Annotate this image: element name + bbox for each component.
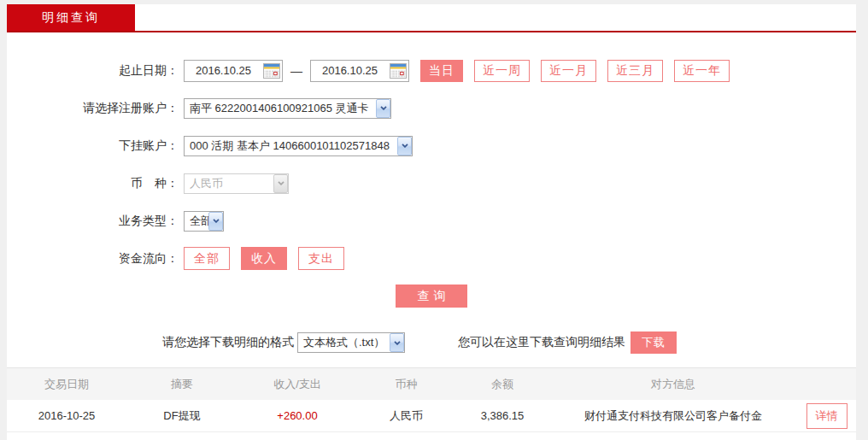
query-form: 起止日期： — — [7, 32, 856, 308]
date-range-label: 起止日期： — [7, 63, 184, 79]
quick-range-today-button[interactable]: 当日 — [420, 60, 463, 82]
download-format-label: 请您选择下载明细的格式 — [162, 335, 294, 350]
query-button-row: 查询 — [7, 285, 856, 308]
sub-account-value: 000 活期 基本户 1406600101102571848 — [185, 138, 397, 154]
header-summary: 摘要 — [126, 377, 238, 392]
sub-account-row: 下挂账户： 000 活期 基本户 1406600101102571848 — [7, 134, 856, 157]
fund-flow-label: 资金流向： — [7, 251, 184, 267]
currency-row: 币 种： 人民币 — [7, 172, 856, 195]
chevron-down-icon — [273, 174, 288, 193]
content-panel: 明细查询 起止日期： — — [7, 4, 856, 440]
tab-detail-query[interactable]: 明细查询 — [7, 4, 135, 31]
quick-range-year-button[interactable]: 近一年 — [674, 60, 730, 82]
start-date-input[interactable] — [184, 60, 283, 82]
sub-account-select[interactable]: 000 活期 基本户 1406600101102571848 — [184, 136, 413, 156]
register-account-label: 请选择注册账户： — [7, 101, 184, 116]
header-counterparty: 对方信息 — [549, 377, 797, 392]
cell-balance: 3,386.15 — [455, 409, 549, 422]
calendar-icon[interactable] — [262, 62, 281, 79]
fund-flow-expense-button[interactable]: 支出 — [298, 247, 344, 270]
table-row: 2016-10-25 DF提现 +260.00 人民币 3,386.15 财付通… — [7, 400, 856, 432]
header-balance: 余额 — [455, 377, 549, 392]
download-row: 请您选择下载明细的格式 文本格式（.txt） 您可以在这里下载查询明细结果 下载 — [7, 331, 856, 354]
quick-range-month-button[interactable]: 近一月 — [541, 60, 596, 82]
results-table: 交易日期 摘要 收入/支出 币种 余额 对方信息 2016-10-25 DF提现… — [7, 367, 856, 432]
cell-amount: +260.00 — [238, 409, 357, 422]
header-amount: 收入/支出 — [238, 377, 357, 392]
biz-type-value: 全部 — [185, 214, 208, 229]
calendar-icon[interactable] — [389, 62, 408, 79]
chevron-down-icon[interactable] — [208, 212, 223, 231]
cell-action: 详情 — [797, 403, 856, 429]
sub-account-label: 下挂账户： — [7, 138, 184, 154]
header-trade-date: 交易日期 — [7, 377, 126, 392]
detail-button[interactable]: 详情 — [806, 403, 847, 429]
end-date-input[interactable] — [310, 60, 409, 82]
biz-type-select[interactable]: 全部 — [184, 211, 224, 232]
cell-counterparty: 财付通支付科技有限公司客户备付金 — [549, 408, 797, 424]
chevron-down-icon[interactable] — [390, 333, 404, 352]
header-currency: 币种 — [357, 377, 455, 392]
quick-range-week-button[interactable]: 近一周 — [474, 60, 530, 82]
chevron-down-icon[interactable] — [397, 137, 412, 155]
end-date-field[interactable] — [311, 64, 389, 77]
tab-bar: 明细查询 — [7, 4, 856, 31]
currency-label: 币 种： — [7, 176, 184, 191]
download-hint: 您可以在这里下载查询明细结果 — [458, 335, 625, 350]
date-separator: — — [290, 64, 302, 78]
cell-currency: 人民币 — [357, 408, 455, 424]
start-date-field[interactable] — [185, 64, 262, 77]
register-account-row: 请选择注册账户： 南平 6222001406100921065 灵通卡 — [7, 97, 856, 120]
quick-range-quarter-button[interactable]: 近三月 — [607, 60, 663, 82]
download-button[interactable]: 下载 — [630, 331, 677, 354]
date-range-row: 起止日期： — — [7, 59, 856, 82]
register-account-select[interactable]: 南平 6222001406100921065 灵通卡 — [184, 98, 391, 119]
download-format-select[interactable]: 文本格式（.txt） — [297, 332, 405, 353]
biz-type-row: 业务类型： 全部 — [7, 209, 856, 232]
download-format-value: 文本格式（.txt） — [298, 335, 390, 350]
query-button[interactable]: 查询 — [396, 285, 467, 308]
chevron-down-icon[interactable] — [376, 99, 390, 118]
currency-select: 人民币 — [184, 173, 289, 194]
register-account-value: 南平 6222001406100921065 灵通卡 — [185, 101, 376, 116]
fund-flow-row: 资金流向： 全部 收入 支出 — [7, 247, 856, 270]
fund-flow-all-button[interactable]: 全部 — [184, 247, 230, 270]
biz-type-label: 业务类型： — [7, 214, 184, 229]
cell-summary: DF提现 — [126, 408, 238, 424]
cell-trade-date: 2016-10-25 — [7, 409, 126, 422]
fund-flow-income-button[interactable]: 收入 — [241, 247, 287, 270]
currency-value: 人民币 — [185, 176, 273, 191]
table-header-row: 交易日期 摘要 收入/支出 币种 余额 对方信息 — [7, 367, 856, 400]
